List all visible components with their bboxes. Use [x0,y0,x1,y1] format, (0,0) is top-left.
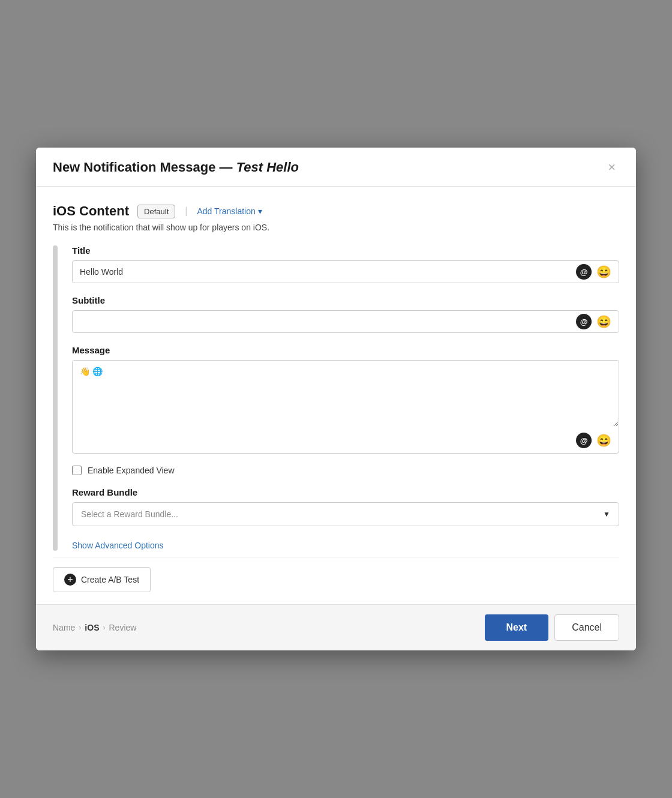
title-at-icon[interactable]: @ [576,264,592,280]
message-label: Message [72,345,619,355]
modal-container: New Notification Message — Test Hello × … [36,148,636,650]
breadcrumb-step2: iOS [85,623,99,632]
title-label: Title [72,245,619,256]
breadcrumb-sep1: › [79,623,81,632]
breadcrumb-step3: Review [109,623,136,632]
default-badge: Default [137,205,175,218]
modal-header: New Notification Message — Test Hello × [36,148,636,187]
divider: | [185,206,187,217]
modal-title: New Notification Message — Test Hello [53,160,299,175]
subtitle-emoji-icon[interactable]: 😄 [595,314,613,329]
message-textarea-icons: @ 😄 [73,429,619,453]
create-ab-test-button[interactable]: + Create A/B Test [53,567,151,592]
breadcrumb: Name › iOS › Review [53,623,136,632]
title-emoji-icon[interactable]: 😄 [595,265,613,279]
next-button[interactable]: Next [485,614,549,641]
close-button[interactable]: × [604,160,619,175]
footer-actions: Next Cancel [485,614,620,641]
expanded-view-checkbox[interactable] [72,466,82,475]
reward-bundle-select-wrapper: Select a Reward Bundle... ▼ [72,502,619,526]
subtitle-label: Subtitle [72,295,619,305]
message-textarea[interactable]: 👋 🌐 [73,361,619,427]
subtitle-input-icons: @ 😄 [576,314,619,329]
chevron-down-icon: ▾ [258,206,262,216]
section-header: iOS Content Default | Add Translation ▾ [53,203,619,219]
ab-test-label: Create A/B Test [81,575,139,584]
plus-circle-icon: + [64,574,76,586]
left-bar-indicator [53,245,58,551]
title-input-icons: @ 😄 [576,264,619,280]
modal-footer: Name › iOS › Review Next Cancel [36,604,636,650]
section-description: This is the notification that will show … [53,223,619,232]
breadcrumb-sep2: › [103,623,105,632]
breadcrumb-step1: Name [53,623,75,632]
title-group: Title @ 😄 [72,245,619,283]
content-area: Title @ 😄 Subtitle @ [53,245,619,551]
ab-test-section: + Create A/B Test [53,557,619,592]
expanded-view-label: Enable Expanded View [88,466,175,475]
title-input[interactable] [73,261,576,283]
reward-bundle-group: Reward Bundle Select a Reward Bundle... … [72,487,619,526]
subtitle-group: Subtitle @ 😄 [72,295,619,333]
reward-bundle-label: Reward Bundle [72,487,619,497]
message-at-icon[interactable]: @ [576,433,592,448]
reward-bundle-select[interactable]: Select a Reward Bundle... [73,503,619,526]
message-textarea-wrapper: 👋 🌐 @ 😄 [72,360,619,454]
message-emoji-icon[interactable]: 😄 [595,433,613,448]
form-area: Title @ 😄 Subtitle @ [72,245,619,551]
expanded-view-row: Enable Expanded View [72,466,619,475]
section-title: iOS Content [53,203,129,219]
modal-body: iOS Content Default | Add Translation ▾ … [36,187,636,604]
show-advanced-options-button[interactable]: Show Advanced Options [72,541,164,550]
cancel-button[interactable]: Cancel [554,614,619,641]
subtitle-input-wrapper: @ 😄 [72,310,619,333]
title-input-wrapper: @ 😄 [72,260,619,283]
subtitle-input[interactable] [73,311,576,332]
message-group: Message 👋 🌐 @ 😄 [72,345,619,454]
add-translation-button[interactable]: Add Translation ▾ [197,206,262,216]
subtitle-at-icon[interactable]: @ [576,314,592,329]
